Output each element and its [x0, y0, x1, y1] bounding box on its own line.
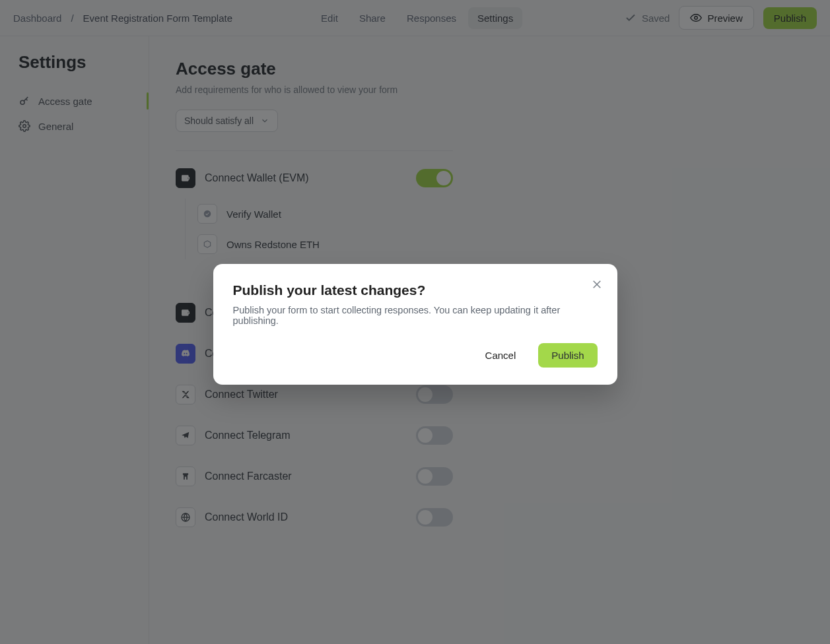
modal-actions: Cancel Publish — [233, 343, 598, 368]
modal-overlay[interactable]: Publish your latest changes? Publish you… — [0, 0, 830, 644]
close-icon — [591, 278, 603, 290]
confirm-publish-button[interactable]: Publish — [538, 343, 597, 368]
cancel-button[interactable]: Cancel — [472, 343, 530, 368]
close-button[interactable] — [591, 278, 603, 290]
publish-modal: Publish your latest changes? Publish you… — [213, 264, 617, 385]
confirm-label: Publish — [551, 350, 584, 361]
modal-body: Publish your form to start collecting re… — [233, 305, 598, 326]
modal-title: Publish your latest changes? — [233, 282, 598, 298]
cancel-label: Cancel — [485, 350, 516, 361]
